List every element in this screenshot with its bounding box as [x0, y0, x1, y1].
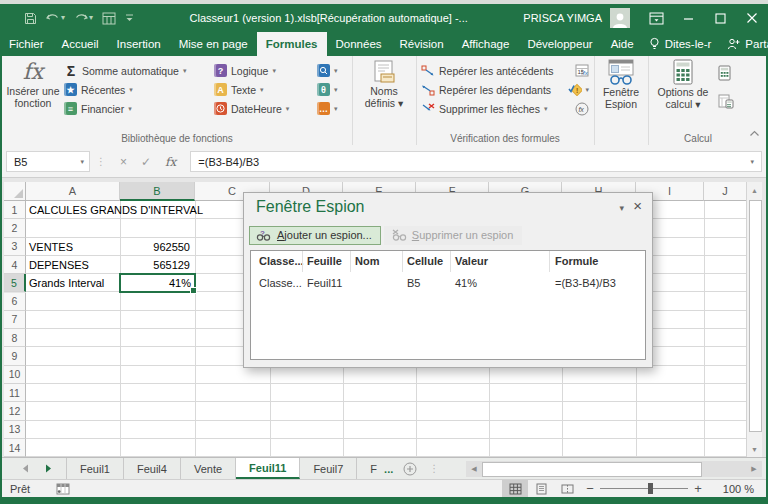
- sheet-tab-vente[interactable]: Vente: [181, 458, 236, 479]
- more-functions-button[interactable]: … ▾: [317, 99, 338, 118]
- watch-col-feuille[interactable]: Feuille: [307, 255, 342, 267]
- watch-row-valeur[interactable]: 41%: [455, 277, 477, 289]
- minimize-button[interactable]: [672, 4, 704, 32]
- column-header-j[interactable]: J: [704, 182, 746, 201]
- expand-formula-bar-button[interactable]: ▾: [750, 158, 754, 166]
- somme-automatique-button[interactable]: Σ Somme automatique ▾: [64, 61, 186, 80]
- dateheure-dropdown-arrow[interactable]: ▾: [286, 105, 290, 113]
- math-trig-dropdown-arrow[interactable]: ▾: [334, 86, 338, 94]
- watch-window-dropdown-arrow[interactable]: ▾: [619, 203, 624, 213]
- page-break-preview-button[interactable]: [554, 480, 580, 497]
- zoom-slider-handle[interactable]: [648, 483, 653, 494]
- horizontal-scrollbar-track[interactable]: [482, 461, 746, 477]
- collapse-ribbon-button[interactable]: [749, 123, 760, 141]
- row-header-5[interactable]: 5: [4, 274, 26, 292]
- logique-dropdown-arrow[interactable]: ▾: [272, 67, 276, 75]
- row-header-4[interactable]: 4: [4, 256, 26, 274]
- watch-col-formule[interactable]: Formule: [555, 255, 598, 267]
- redo-dropdown-arrow[interactable]: ▾: [89, 14, 93, 22]
- watch-window[interactable]: Fenêtre Espion ▾ × ? Ajouter un espion..…: [243, 192, 653, 368]
- scroll-up-arrow[interactable]: ▲: [747, 182, 762, 198]
- more-sheets-indicator[interactable]: ...: [380, 458, 397, 479]
- watch-row-classeur[interactable]: Classe...: [259, 277, 302, 289]
- vertical-scrollbar-thumb[interactable]: [749, 200, 762, 432]
- calculer-maintenant-button[interactable]: [718, 63, 731, 82]
- maximize-button[interactable]: [704, 4, 736, 32]
- horizontal-scrollbar-thumb[interactable]: [482, 462, 702, 477]
- scroll-down-arrow[interactable]: ▼: [747, 441, 762, 457]
- sheet-tab-feuil7[interactable]: Feuil7: [300, 458, 357, 479]
- texte-button[interactable]: A Texte ▾: [214, 80, 264, 99]
- tab-revision[interactable]: Révision: [391, 32, 453, 56]
- zoom-slider[interactable]: [600, 480, 688, 497]
- tab-affichage[interactable]: Affichage: [453, 32, 519, 56]
- row-header-3[interactable]: 3: [4, 238, 26, 256]
- calculer-la-feuille-button[interactable]: [718, 92, 734, 111]
- texte-dropdown-arrow[interactable]: ▾: [260, 86, 264, 94]
- row-header-6[interactable]: 6: [4, 293, 26, 311]
- reperer-dependants-button[interactable]: Repérer les dépendants ! ▾: [421, 80, 589, 99]
- evaluate-formula-icon[interactable]: fx: [575, 102, 589, 116]
- customize-qat-button[interactable]: [125, 13, 134, 23]
- horizontal-scrollbar[interactable]: ◀ ▶: [466, 461, 762, 477]
- enter-button[interactable]: ✓: [141, 155, 151, 169]
- watch-col-cellule[interactable]: Cellule: [407, 255, 443, 267]
- row-header-14[interactable]: 14: [4, 439, 26, 457]
- zoom-out-button[interactable]: −: [580, 481, 600, 496]
- lookup-dropdown-arrow[interactable]: ▾: [334, 67, 338, 75]
- macro-record-button[interactable]: [56, 483, 70, 495]
- sheet-tab-feuil1[interactable]: Feuil1: [66, 458, 124, 479]
- row-header-1[interactable]: 1: [4, 201, 26, 219]
- column-header-b[interactable]: B: [120, 182, 195, 201]
- supprimer-fleches-button[interactable]: Supprimer les flèches ▾ fx: [421, 99, 589, 118]
- sheet-tab-partial[interactable]: F: [357, 458, 380, 479]
- formula-input[interactable]: =(B3-B4)/B3 ▾: [190, 151, 762, 172]
- quick-access-table-button[interactable]: [102, 12, 116, 25]
- normal-view-button[interactable]: [502, 480, 528, 497]
- lookup-reference-button[interactable]: ▾: [317, 61, 338, 80]
- cell-b4[interactable]: 565129: [120, 256, 194, 274]
- watch-col-nom[interactable]: Nom: [355, 255, 379, 267]
- cell-a1[interactable]: CALCULES GRANDS D'INTERVAL: [29, 201, 203, 219]
- save-button[interactable]: [24, 12, 37, 25]
- show-formulas-icon[interactable]: 15fx: [575, 64, 589, 77]
- next-sheet-button[interactable]: [45, 464, 52, 473]
- cell-a5[interactable]: Grands Interval: [29, 274, 104, 292]
- financier-dropdown-arrow[interactable]: ▾: [128, 105, 132, 113]
- watch-col-valeur[interactable]: Valeur: [455, 255, 488, 267]
- vertical-scrollbar[interactable]: ▲ ▼: [746, 182, 762, 457]
- name-box-dropdown-arrow[interactable]: ▾: [80, 158, 84, 166]
- selected-cell-b5[interactable]: 41%: [119, 273, 196, 293]
- logique-button[interactable]: ? Logique ▾: [214, 61, 276, 80]
- tab-formules[interactable]: Formules: [257, 32, 327, 56]
- fill-handle[interactable]: [190, 287, 197, 294]
- options-de-calcul-button[interactable]: Options de calcul ▾: [652, 59, 714, 110]
- more-functions-dropdown-arrow[interactable]: ▾: [334, 105, 338, 113]
- tab-developpeur[interactable]: Développeur: [518, 32, 601, 56]
- dateheure-button[interactable]: DateHeure ▾: [214, 99, 289, 118]
- sheet-tab-feuil11[interactable]: Feuil11: [236, 458, 300, 479]
- noms-definis-button[interactable]: Noms définis ▾: [357, 59, 411, 109]
- recentes-button[interactable]: ★ Récentes ▾: [64, 80, 133, 99]
- insert-function-button[interactable]: fx Insérer une fonction: [6, 59, 60, 109]
- undo-button[interactable]: ▾: [46, 12, 65, 24]
- watch-row-feuille[interactable]: Feuil11: [307, 277, 342, 289]
- row-header-2[interactable]: 2: [4, 219, 26, 237]
- select-all-corner[interactable]: [4, 182, 26, 201]
- cell-b3[interactable]: 962550: [120, 238, 194, 256]
- insert-function-fx-button[interactable]: fx: [165, 155, 176, 169]
- row-header-8[interactable]: 8: [4, 329, 26, 347]
- avatar[interactable]: [610, 8, 630, 28]
- row-header-9[interactable]: 9: [4, 347, 26, 365]
- tab-accueil[interactable]: Accueil: [53, 32, 108, 56]
- new-sheet-button[interactable]: [397, 458, 423, 479]
- fenetre-espion-button[interactable]: Fenêtre Espion: [596, 59, 646, 110]
- recentes-dropdown-arrow[interactable]: ▾: [129, 86, 133, 94]
- error-checking-dropdown-arrow[interactable]: ▾: [585, 86, 589, 94]
- somme-dropdown-arrow[interactable]: ▾: [183, 67, 187, 75]
- redo-button[interactable]: ▾: [74, 12, 93, 24]
- name-box[interactable]: B5 ▾: [6, 151, 90, 172]
- zoom-level[interactable]: 100 %: [708, 483, 766, 495]
- ribbon-display-options-button[interactable]: [640, 4, 672, 32]
- zoom-in-button[interactable]: +: [688, 481, 708, 496]
